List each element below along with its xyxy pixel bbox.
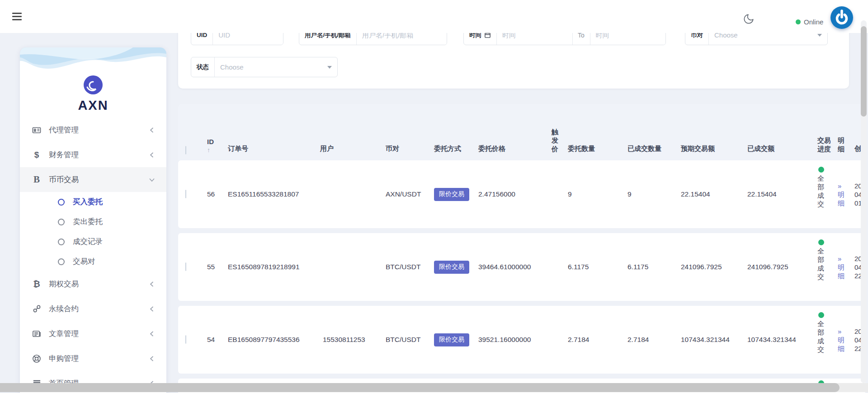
col-header-trigger: 触发价 <box>552 128 558 153</box>
sidebar-subitem-label: 交易对 <box>73 257 95 267</box>
online-status: Online <box>796 18 823 26</box>
cell-user: 15530811253 <box>316 336 382 344</box>
cell-id: 56 <box>203 190 224 198</box>
sidebar-item-subscription-mgmt[interactable]: 申购管理 <box>20 346 166 371</box>
dark-mode-toggle-icon[interactable] <box>743 13 755 25</box>
chevron-left-icon <box>149 281 155 287</box>
limit-order-badge: 限价交易 <box>434 188 469 201</box>
sidebar-item-label: 币币交易 <box>49 175 149 185</box>
detail-link[interactable]: »明细 <box>838 254 851 280</box>
horizontal-scrollbar-thumb[interactable] <box>0 383 840 392</box>
sidebar-subitem-label: 成交记录 <box>73 237 103 247</box>
sidebar-menu: 代理管理 $ 财务管理 B 币币交易 买入委托 卖出委托 <box>20 117 166 393</box>
cell-progress: 全部成交 <box>814 306 834 354</box>
page: Online AXN 代理管理 <box>0 0 868 393</box>
id-card-icon <box>32 126 42 135</box>
chevron-left-icon <box>149 331 155 337</box>
cell-filled-amount: 2.7184 <box>624 336 677 344</box>
sidebar-item-finance-mgmt[interactable]: $ 财务管理 <box>20 142 166 167</box>
col-header-detail: 明细 <box>838 136 844 153</box>
brand-logo-icon <box>84 75 103 94</box>
vertical-scrollbar-thumb[interactable] <box>861 26 867 117</box>
sidebar-subitem-buy-orders[interactable]: 买入委托 <box>20 192 166 212</box>
sidebar-item-article-mgmt[interactable]: 文章管理 <box>20 321 166 346</box>
sidebar-subitem-sell-orders[interactable]: 卖出委托 <box>20 212 166 232</box>
table-header-row: ID ↑ 订单号 用户 币对 委托方式 委托价格 触发价 委托数量 已成交数量 … <box>178 104 865 160</box>
progress-dot-icon <box>818 312 824 318</box>
sidebar-item-perpetual-contracts[interactable]: 永续合约 <box>20 296 166 321</box>
select-all-checkbox[interactable] <box>185 146 186 154</box>
avatar[interactable] <box>830 6 853 29</box>
cell-expected-total: 241096.7925 <box>677 263 744 271</box>
double-arrow-icon: » <box>838 254 851 263</box>
col-header-order-no: 订单号 <box>224 145 316 160</box>
col-header-pair: 币对 <box>382 145 430 160</box>
cell-progress: 全部成交 <box>814 233 834 281</box>
cell-filled-total: 22.15404 <box>744 190 814 198</box>
col-header-method: 委托方式 <box>430 145 475 160</box>
limit-order-badge: 限价交易 <box>434 333 469 346</box>
sidebar-item-label: 财务管理 <box>49 150 149 160</box>
cell-filled-total: 107434.321344 <box>744 336 814 344</box>
status-select[interactable]: Choose <box>215 57 337 77</box>
cell-pair: BTC/USDT <box>382 336 430 344</box>
link-icon <box>32 304 42 313</box>
sidebar-subitem-trade-records[interactable]: 成交记录 <box>20 232 166 252</box>
status-filter-label: 状态 <box>191 57 215 77</box>
caret-down-icon <box>817 34 822 37</box>
chevron-left-icon <box>149 127 155 133</box>
radio-circle-icon <box>58 199 65 206</box>
col-header-user: 用户 <box>316 145 382 160</box>
radio-circle-icon <box>58 239 65 245</box>
table-row: 56 ES1651165533281807 AXN/USDT 限价交易 2.47… <box>178 160 865 228</box>
online-dot-icon <box>796 19 801 24</box>
dollar-icon: $ <box>32 150 42 160</box>
chevron-down-icon <box>149 177 155 183</box>
cell-expected-total: 22.15404 <box>677 190 744 198</box>
brand-name: AXN <box>20 98 166 113</box>
sidebar-subitem-label: 卖出委托 <box>73 217 103 227</box>
col-header-price: 委托价格 <box>475 145 548 160</box>
cell-price: 2.47156000 <box>475 190 548 198</box>
bitcoin-icon: ₿ <box>32 279 42 289</box>
cell-amount: 6.1175 <box>564 263 624 271</box>
chevron-left-icon <box>149 356 155 362</box>
limit-order-badge: 限价交易 <box>434 261 469 274</box>
sidebar-item-label: 文章管理 <box>49 329 149 339</box>
cell-order-no: ES1650897819218991 <box>224 263 316 271</box>
sort-asc-icon[interactable]: ↑ <box>207 147 224 153</box>
detail-link[interactable]: »明细 <box>838 182 851 207</box>
radio-circle-icon <box>58 219 65 225</box>
cell-amount: 2.7184 <box>564 336 624 344</box>
table-row: 54 EB1650897797435536 15530811253 BTC/US… <box>178 306 865 374</box>
caret-down-icon <box>327 66 332 69</box>
sidebar-item-spot-trading[interactable]: B 币币交易 <box>20 167 166 192</box>
col-header-expected-total: 预期交易额 <box>677 145 744 160</box>
row-checkbox[interactable] <box>185 335 186 344</box>
coin-b-icon: B <box>32 174 42 185</box>
detail-link[interactable]: »明细 <box>838 327 851 353</box>
sidebar-item-options-trading[interactable]: ₿ 期权交易 <box>20 271 166 296</box>
progress-dot-icon <box>818 167 824 173</box>
cell-amount: 9 <box>564 190 624 198</box>
cell-price: 39521.16000000 <box>475 336 548 344</box>
cell-filled-total: 241096.7925 <box>744 263 814 271</box>
hamburger-menu-icon[interactable] <box>12 13 22 20</box>
cell-filled-amount: 6.1175 <box>624 263 677 271</box>
radio-circle-icon <box>58 258 65 265</box>
topbar: Online <box>0 0 868 33</box>
col-header-filled-total: 已成交额 <box>744 145 814 160</box>
col-header-id[interactable]: ID ↑ <box>203 138 224 160</box>
cell-progress: 全部成交 <box>814 160 834 208</box>
sidebar-subitem-trading-pairs[interactable]: 交易对 <box>20 252 166 271</box>
cell-order-no: ES1651165533281807 <box>224 190 316 198</box>
chevron-left-icon <box>149 306 155 312</box>
orders-table: ID ↑ 订单号 用户 币对 委托方式 委托价格 触发价 委托数量 已成交数量 … <box>178 104 865 393</box>
sidebar-item-agent-mgmt[interactable]: 代理管理 <box>20 117 166 142</box>
row-checkbox[interactable] <box>185 190 186 198</box>
sidebar-item-label: 代理管理 <box>49 125 149 135</box>
cell-id: 55 <box>203 263 224 271</box>
row-checkbox[interactable] <box>185 262 186 271</box>
sidebar-item-label: 永续合约 <box>49 304 149 314</box>
cell-expected-total: 107434.321344 <box>677 336 744 344</box>
